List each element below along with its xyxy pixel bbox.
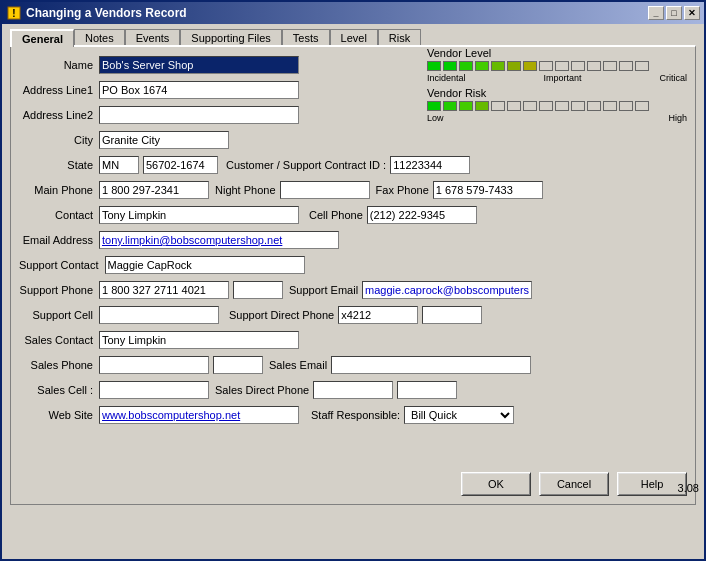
risk-cell-9 bbox=[571, 101, 585, 111]
sales-phone2-input[interactable] bbox=[213, 356, 263, 374]
main-phone-input[interactable] bbox=[99, 181, 209, 199]
email-input[interactable] bbox=[99, 231, 339, 249]
risk-cell-13 bbox=[635, 101, 649, 111]
risk-cell-6 bbox=[523, 101, 537, 111]
level-cell-1 bbox=[443, 61, 457, 71]
city-input[interactable] bbox=[99, 131, 229, 149]
svg-text:!: ! bbox=[12, 8, 15, 19]
level-cell-0 bbox=[427, 61, 441, 71]
button-bar: OK Cancel Help bbox=[461, 472, 687, 496]
title-bar: ! Changing a Vendors Record _ □ ✕ bbox=[2, 2, 704, 24]
level-cell-3 bbox=[475, 61, 489, 71]
website-label: Web Site bbox=[19, 409, 99, 421]
support-direct2-input[interactable] bbox=[422, 306, 482, 324]
contact-label: Contact bbox=[19, 209, 99, 221]
level-cell-13 bbox=[635, 61, 649, 71]
level-cell-5 bbox=[507, 61, 521, 71]
support-cell-input[interactable] bbox=[99, 306, 219, 324]
support-phone-label: Support Phone bbox=[19, 284, 99, 296]
sales-contact-label: Sales Contact bbox=[19, 334, 99, 346]
vendor-risk-axis: Low High bbox=[427, 113, 687, 123]
address1-label: Address Line1 bbox=[19, 84, 99, 96]
support-phone-input[interactable] bbox=[99, 281, 229, 299]
contract-label: Customer / Support Contract ID : bbox=[226, 159, 386, 171]
vendor-risk-bar bbox=[427, 101, 687, 111]
risk-cell-12 bbox=[619, 101, 633, 111]
support-email-input[interactable] bbox=[362, 281, 532, 299]
state-input[interactable] bbox=[99, 156, 139, 174]
state-label: State bbox=[19, 159, 99, 171]
level-cell-12 bbox=[619, 61, 633, 71]
support-direct-input[interactable] bbox=[338, 306, 418, 324]
level-important: Important bbox=[543, 73, 581, 83]
fax-phone-label: Fax Phone bbox=[376, 184, 429, 196]
level-cell-11 bbox=[603, 61, 617, 71]
sales-cell-label: Sales Cell : bbox=[19, 384, 99, 396]
sales-contact-row: Sales Contact bbox=[19, 330, 687, 350]
sales-direct2-input[interactable] bbox=[397, 381, 457, 399]
risk-low: Low bbox=[427, 113, 444, 123]
form-content: General Notes Events Supporting Files Te… bbox=[2, 24, 704, 509]
name-label: Name bbox=[19, 59, 99, 71]
address1-input[interactable] bbox=[99, 81, 299, 99]
staff-select[interactable]: Bill Quick bbox=[404, 406, 514, 424]
sales-contact-input[interactable] bbox=[99, 331, 299, 349]
version-label: 3.08 bbox=[678, 482, 699, 494]
phone-row: Main Phone Night Phone Fax Phone bbox=[19, 180, 687, 200]
staff-label: Staff Responsible: bbox=[311, 409, 400, 421]
risk-cell-0 bbox=[427, 101, 441, 111]
sales-email-input[interactable] bbox=[331, 356, 531, 374]
sales-direct-input[interactable] bbox=[313, 381, 393, 399]
level-cell-8 bbox=[555, 61, 569, 71]
maximize-button[interactable]: □ bbox=[666, 6, 682, 20]
level-cell-4 bbox=[491, 61, 505, 71]
cell-phone-input[interactable] bbox=[367, 206, 477, 224]
city-row: City bbox=[19, 130, 687, 150]
support-phone2-input[interactable] bbox=[233, 281, 283, 299]
night-phone-label: Night Phone bbox=[215, 184, 276, 196]
close-button[interactable]: ✕ bbox=[684, 6, 700, 20]
window-icon: ! bbox=[6, 5, 22, 21]
fax-phone-input[interactable] bbox=[433, 181, 543, 199]
contact-input[interactable] bbox=[99, 206, 299, 224]
sales-phone-label: Sales Phone bbox=[19, 359, 99, 371]
window-title: Changing a Vendors Record bbox=[26, 6, 187, 20]
support-email-label: Support Email bbox=[289, 284, 358, 296]
website-input[interactable] bbox=[99, 406, 299, 424]
zip-input[interactable] bbox=[143, 156, 218, 174]
help-button[interactable]: Help bbox=[617, 472, 687, 496]
support-contact-input[interactable] bbox=[105, 256, 305, 274]
main-window: ! Changing a Vendors Record _ □ ✕ Genera… bbox=[0, 0, 706, 561]
cancel-button[interactable]: Cancel bbox=[539, 472, 609, 496]
address2-label: Address Line2 bbox=[19, 109, 99, 121]
level-cell-2 bbox=[459, 61, 473, 71]
support-cell-row: Support Cell Support Direct Phone bbox=[19, 305, 687, 325]
level-cell-10 bbox=[587, 61, 601, 71]
contract-input[interactable] bbox=[390, 156, 470, 174]
vendor-risk-label: Vendor Risk bbox=[427, 87, 687, 99]
address2-input[interactable] bbox=[99, 106, 299, 124]
sales-phone-row: Sales Phone Sales Email bbox=[19, 355, 687, 375]
risk-cell-4 bbox=[491, 101, 505, 111]
ok-button[interactable]: OK bbox=[461, 472, 531, 496]
city-label: City bbox=[19, 134, 99, 146]
sales-cell-row: Sales Cell : Sales Direct Phone bbox=[19, 380, 687, 400]
email-row: Email Address bbox=[19, 230, 687, 250]
name-input[interactable] bbox=[99, 56, 299, 74]
vendor-level-bar bbox=[427, 61, 687, 71]
risk-cell-11 bbox=[603, 101, 617, 111]
form-panel: Vendor Level Incidental Important Critic… bbox=[10, 45, 696, 505]
risk-cell-1 bbox=[443, 101, 457, 111]
minimize-button[interactable]: _ bbox=[648, 6, 664, 20]
night-phone-input[interactable] bbox=[280, 181, 370, 199]
level-critical: Critical bbox=[659, 73, 687, 83]
risk-cell-8 bbox=[555, 101, 569, 111]
sales-phone-input[interactable] bbox=[99, 356, 209, 374]
vendor-level-axis: Incidental Important Critical bbox=[427, 73, 687, 83]
sales-cell-input[interactable] bbox=[99, 381, 209, 399]
tab-bar: General Notes Events Supporting Files Te… bbox=[10, 28, 696, 46]
title-bar-buttons: _ □ ✕ bbox=[648, 6, 700, 20]
support-direct-label: Support Direct Phone bbox=[229, 309, 334, 321]
tab-general[interactable]: General bbox=[10, 29, 74, 47]
email-label: Email Address bbox=[19, 234, 99, 246]
